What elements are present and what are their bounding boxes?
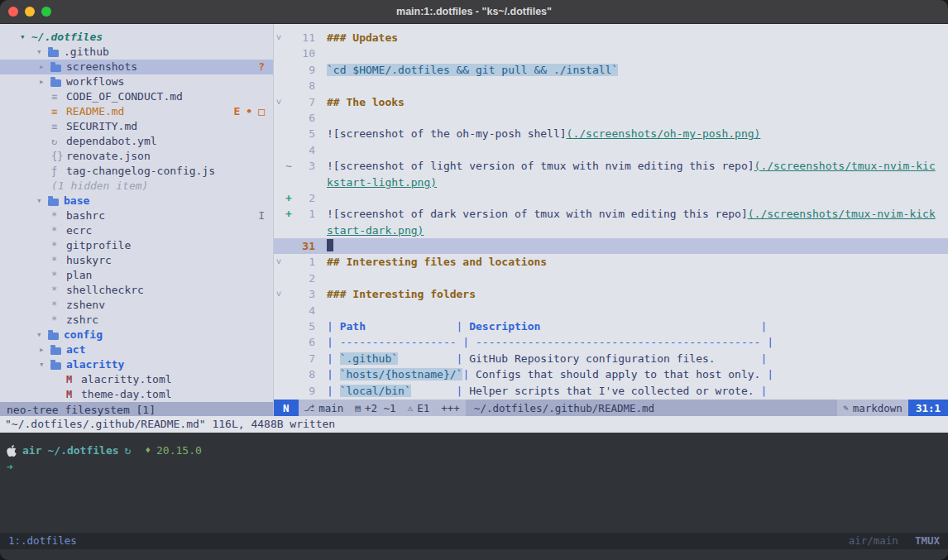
branch-name: main [318,402,343,414]
folder-icon [50,362,61,370]
editor-line[interactable]: ˅ 7## The looks [274,94,948,110]
editor-line[interactable]: 10 [274,45,948,61]
tree-item-label: alacritty.toml [81,372,172,387]
tree-item-label: huskyrc [66,253,112,268]
editor-line[interactable]: 6| ------------------ | ----------------… [274,334,948,350]
tree-item-theme-day-toml[interactable]: Mtheme-day.toml [0,387,273,402]
diff-icon: ▤ [355,403,361,414]
git-sign [284,126,294,141]
editor-line[interactable]: 6 [274,110,948,126]
tree-item-dotfiles[interactable]: ▾~/.dotfiles [0,30,273,45]
tree-item-ecrc[interactable]: *ecrc [0,223,273,238]
editor-line[interactable]: 2 [274,270,948,286]
editor-line[interactable]: +2 [274,190,948,206]
editor-line[interactable]: 8 [274,78,948,93]
line-number: 1 [294,206,315,222]
line-text: start-dark.png) [327,223,948,238]
prompt-path: ~/.dotfiles [47,443,118,459]
line-number: 5 [294,318,315,334]
editor-line[interactable]: start-dark.png) [274,223,948,238]
editor-line[interactable]: kstart-light.png) [274,175,948,190]
filetype-icon: ✎ [843,403,849,414]
file-icon: ≡ [51,104,66,119]
editor-line[interactable]: ˅ 1## Interesting files and locations [274,254,948,270]
tree-item-readme-md[interactable]: ≡README.mdE•□ [0,104,273,119]
fold-marker [274,126,284,141]
git-sign [284,334,294,350]
tmux-window-name[interactable]: 1:.dotfiles [8,533,77,549]
git-status-icon: ↻ [125,443,132,459]
editor-line[interactable]: ~3![screenshot of light version of tmux … [274,158,948,174]
tree-item-bashrc[interactable]: *bashrcI [0,208,273,223]
statusline-filler [663,400,837,416]
fold-marker [274,383,284,399]
tree-item-renovate-json[interactable]: {}renovate.json [0,149,273,164]
editor-line[interactable]: 5| Path | Description | [274,318,948,334]
status-badge: I [258,208,265,223]
fold-marker [274,158,284,174]
tree-item-alacritty-toml[interactable]: Malacritty.toml [0,372,273,387]
tree-item-config[interactable]: ▾config [0,328,273,342]
file-icon: * [51,298,66,313]
tree-item-1-hidden-item[interactable]: (1 hidden item) [0,179,273,194]
git-sign: ~ [284,158,294,174]
node-icon: ♦ [145,443,151,459]
tree-item-screenshots[interactable]: ▸screenshots? [0,60,273,74]
git-sign [284,30,294,45]
folder-icon [50,79,61,87]
tree-item-github[interactable]: ▾.github [0,45,273,60]
editor-line[interactable]: 9| `local/bin` | Helper scripts that I'v… [274,383,948,399]
tree-item-zshrc[interactable]: *zshrc [0,313,273,328]
fold-marker [274,334,284,350]
tree-item-gitprofile[interactable]: *gitprofile [0,238,273,253]
line-number: 9 [294,383,315,399]
tree-item-act[interactable]: ▸act [0,342,273,357]
tree-item-label: workflows [66,74,124,89]
fold-marker [274,62,284,78]
status-badge: • [246,104,252,119]
tree-item-workflows[interactable]: ▸workflows [0,74,273,89]
traffic-lights [8,7,51,17]
file-icon: * [51,268,66,283]
minimize-button[interactable] [25,7,35,17]
editor-line[interactable]: 8| `hosts/{hostname}/`| Configs that sho… [274,366,948,382]
tree-item-shellcheckrc[interactable]: *shellcheckrc [0,283,273,298]
tmux-session-name: air/main [849,533,898,549]
mode-indicator: N [274,400,299,416]
editor-line[interactable]: 31 [274,238,948,254]
line-number: 11 [294,30,315,45]
fold-marker [274,223,284,238]
file-path: ~/.dotfiles/.github/README.md [466,400,663,416]
folder-icon [48,333,59,340]
tree-item-tag-changelog-config-js[interactable]: ƒtag-changelog-config.js [0,164,273,179]
git-branch: ⎇ main [299,400,350,416]
editor-line[interactable]: +1![screenshot of dark version of tmux w… [274,206,948,222]
fold-marker [274,270,284,286]
tree-item-plan[interactable]: *plan [0,268,273,283]
editor-line[interactable]: 7| `.github` | GitHub Repository configu… [274,351,948,366]
tree-item-zshenv[interactable]: *zshenv [0,298,273,313]
editor-line[interactable]: 9`cd $HOME/.dotfiles && git pull && ./in… [274,62,948,78]
tree-item-dependabot-yml[interactable]: ↻dependabot.yml [0,134,273,149]
terminal-window: main:1:.dotfiles - "ks~/.dotfiles" ▾~/.d… [0,0,948,560]
shell-pane[interactable]: air ~/.dotfiles ↻ ♦ 20.15.0 ➜ 1:.dotfile… [0,433,948,560]
line-number: 2 [294,190,315,206]
editor-line[interactable]: ˅ 11### Updates [274,30,948,45]
fold-marker [274,351,284,366]
tree-item-alacritty[interactable]: ▾alacritty [0,357,273,372]
tree-item-huskyrc[interactable]: *huskyrc [0,253,273,268]
chevron-down-icon: ▾ [36,45,48,60]
zoom-button[interactable] [41,7,51,17]
tree-item-security-md[interactable]: ≡SECURITY.md [0,119,273,134]
close-button[interactable] [8,7,18,17]
editor-line[interactable]: 4 [274,142,948,158]
tree-item-base[interactable]: ▾base [0,194,273,208]
chevron-right-icon: ▸ [39,74,50,89]
editor-line[interactable]: 5![screenshot of the oh-my-posh shell](.… [274,126,948,141]
prompt-user: air [22,443,41,459]
tree-item-label: SECURITY.md [66,119,137,134]
editor-line[interactable]: 4 [274,303,948,318]
editor-line[interactable]: ˅ 3### Interesting folders [274,286,948,302]
fold-marker: ˅ [274,30,284,45]
tree-item-code-of-conduct-md[interactable]: ≡CODE_OF_CONDUCT.md [0,89,273,104]
